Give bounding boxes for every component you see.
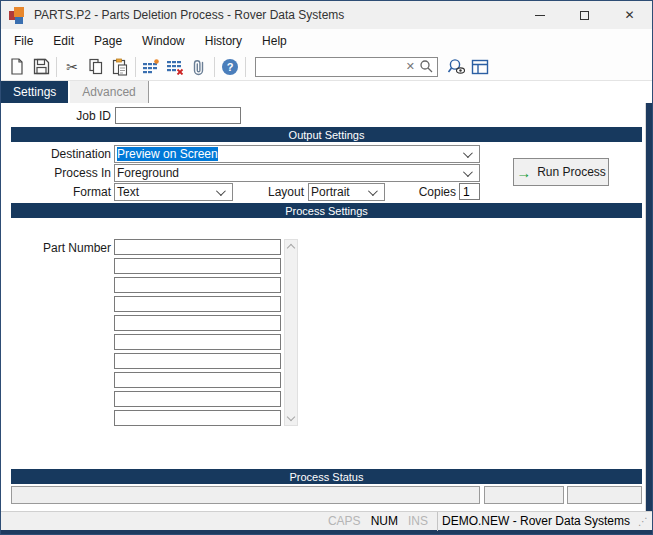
part-number-input[interactable] (114, 258, 281, 274)
layout-view-button[interactable] (468, 56, 492, 78)
save-icon (33, 58, 50, 75)
search-icon[interactable] (419, 59, 434, 74)
part-number-input[interactable] (114, 334, 281, 350)
format-value: Text (117, 185, 139, 199)
toolbar-separator (214, 57, 215, 77)
save-button[interactable] (29, 56, 53, 78)
ins-indicator: INS (403, 514, 433, 528)
maximize-button[interactable] (562, 1, 607, 29)
close-button[interactable]: ✕ (607, 1, 652, 29)
copy-button[interactable] (84, 56, 108, 78)
part-number-scrollbar[interactable] (284, 239, 298, 426)
menu-page[interactable]: Page (84, 34, 132, 48)
destination-value: Preview on Screen (117, 147, 218, 161)
process-settings-header: Process Settings (11, 203, 642, 218)
format-label: Format (1, 185, 111, 199)
status-count-field (484, 486, 564, 504)
maximize-icon (580, 11, 589, 20)
run-arrow-icon: → (516, 165, 531, 180)
destination-select[interactable]: Preview on Screen (114, 145, 480, 163)
title-bar: PARTS.P2 - Parts Deletion Process - Rove… (1, 1, 652, 29)
tab-advanced[interactable]: Advanced (70, 81, 148, 103)
minimize-button[interactable] (517, 1, 562, 29)
part-number-input[interactable] (114, 391, 281, 407)
minimize-icon (535, 15, 545, 16)
menu-file[interactable]: File (4, 34, 43, 48)
search-box: ✕ (255, 57, 438, 77)
delete-line-icon (166, 59, 184, 75)
layout-value: Portrait (311, 185, 350, 199)
form-area: Job ID Output Settings Destination Previ… (1, 103, 652, 511)
part-number-input[interactable] (114, 372, 281, 388)
part-number-label: Part Number (1, 241, 111, 255)
close-icon: ✕ (624, 8, 634, 22)
search-clear-icon[interactable]: ✕ (402, 60, 419, 73)
window-right-border (645, 103, 653, 511)
toolbar: ✂ (1, 53, 652, 81)
copies-label: Copies (346, 185, 456, 199)
status-time-field (567, 486, 642, 504)
attachment-button[interactable] (187, 56, 211, 78)
process-status-header: Process Status (11, 469, 642, 484)
copies-input[interactable] (459, 183, 480, 200)
magnifier-eye-icon (447, 58, 466, 75)
menu-help[interactable]: Help (252, 34, 297, 48)
cut-button[interactable]: ✂ (60, 56, 84, 78)
part-number-input[interactable] (114, 353, 281, 369)
paste-icon (112, 58, 128, 76)
tab-settings[interactable]: Settings (1, 81, 68, 103)
help-button[interactable]: ? (218, 56, 242, 78)
job-id-input[interactable] (115, 107, 241, 124)
run-process-button[interactable]: → Run Process (513, 158, 609, 186)
add-line-button[interactable] (139, 56, 163, 78)
add-line-icon (142, 59, 160, 75)
run-process-label: Run Process (537, 165, 606, 179)
menu-edit[interactable]: Edit (43, 34, 84, 48)
cut-icon: ✂ (66, 59, 78, 75)
output-settings-header: Output Settings (11, 127, 642, 142)
caps-indicator: CAPS (323, 514, 366, 528)
delete-line-button[interactable] (163, 56, 187, 78)
num-indicator: NUM (366, 514, 403, 528)
status-message-field (11, 486, 480, 504)
part-number-input[interactable] (114, 315, 281, 331)
menu-history[interactable]: History (195, 34, 252, 48)
status-bar: CAPS NUM INS DEMO.NEW - Rover Data Syste… (1, 511, 652, 530)
scroll-down-icon[interactable] (287, 413, 295, 421)
search-input[interactable] (256, 59, 402, 75)
chevron-down-icon (463, 148, 473, 158)
part-number-input[interactable] (114, 296, 281, 312)
layout-label: Layout (194, 185, 304, 199)
layout-grid-icon (471, 59, 489, 75)
job-id-label: Job ID (1, 109, 111, 123)
help-icon: ? (222, 59, 238, 75)
chevron-down-icon (463, 167, 473, 177)
menu-window[interactable]: Window (132, 34, 195, 48)
window-bottom-border (1, 530, 652, 535)
toolbar-separator (56, 57, 57, 77)
process-in-select[interactable]: Foreground (114, 164, 480, 182)
tab-bar: Settings Advanced (1, 81, 652, 103)
preview-lookup-button[interactable] (444, 56, 468, 78)
toolbar-separator (135, 57, 136, 77)
paperclip-icon (191, 58, 207, 76)
menu-bar: File Edit Page Window History Help (1, 29, 652, 53)
toolbar-separator (245, 57, 246, 77)
process-in-value: Foreground (117, 166, 179, 180)
new-document-icon (9, 58, 25, 76)
new-document-button[interactable] (5, 56, 29, 78)
scroll-up-icon[interactable] (287, 244, 295, 252)
session-label: DEMO.NEW - Rover Data Systems (442, 514, 638, 528)
statusbar-divider (437, 512, 438, 531)
part-number-input[interactable] (114, 410, 281, 426)
paste-button[interactable] (108, 56, 132, 78)
part-number-input[interactable] (114, 239, 281, 255)
window-title: PARTS.P2 - Parts Deletion Process - Rove… (34, 8, 344, 22)
destination-label: Destination (1, 147, 111, 161)
copy-icon (88, 58, 104, 75)
part-number-input[interactable] (114, 277, 281, 293)
resize-grip[interactable]: ⋰ (638, 516, 650, 527)
app-window: PARTS.P2 - Parts Deletion Process - Rove… (0, 0, 653, 535)
app-icon (9, 6, 27, 24)
process-in-label: Process In (1, 166, 111, 180)
